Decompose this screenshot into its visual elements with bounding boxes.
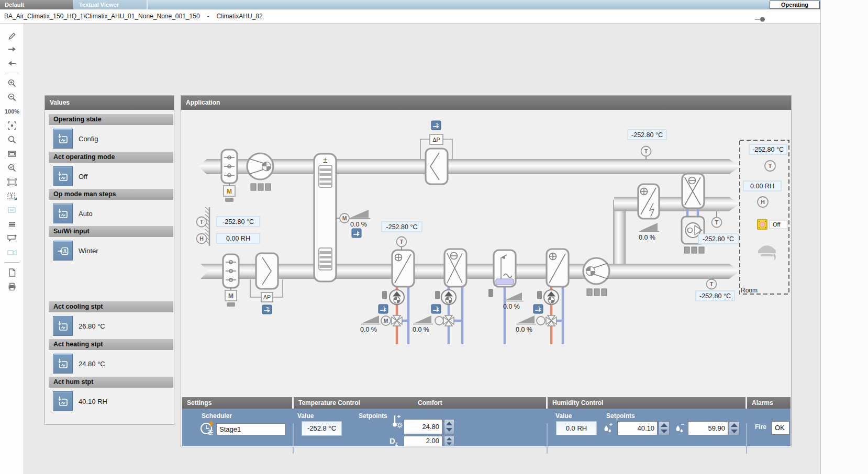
temp-setpoints-label: Setpoints	[359, 412, 387, 420]
dehumidify-icon	[675, 422, 685, 436]
dehumidify-setpoint-input[interactable]	[688, 421, 728, 435]
extract-air-damper[interactable]: M	[221, 150, 237, 202]
zoom-check-icon[interactable]	[0, 161, 24, 175]
cooling-coil[interactable]: 0.0 %	[413, 249, 466, 344]
svg-text:-252.80 °C: -252.80 °C	[386, 223, 418, 231]
presence-button-icon[interactable]	[758, 220, 767, 229]
fire-alarm-state[interactable]: OK	[772, 421, 789, 435]
value-item-label: 40.10 RH	[79, 398, 107, 405]
heating2-position: 0.0 %	[516, 326, 532, 333]
value-item-operating-state[interactable]: Config	[53, 129, 174, 149]
electric-heater[interactable]: 0.0 %	[638, 184, 659, 241]
alarms-header: Alarms	[747, 397, 791, 409]
pump-icon	[390, 290, 404, 304]
toolbar-divider	[5, 73, 19, 73]
comfort-spinner[interactable]	[444, 419, 454, 434]
dead-zone-spinner[interactable]	[444, 436, 454, 446]
section-op-mode-man-steps: Op mode man steps	[49, 189, 173, 200]
value-item-act-cooling-stpt[interactable]: 26.80 °C	[53, 316, 174, 336]
select-area-icon[interactable]	[0, 175, 24, 189]
toolbar-divider	[5, 262, 19, 263]
extract-air-fan[interactable]	[247, 153, 273, 190]
supply-air-damper[interactable]: M	[223, 254, 239, 307]
value-item-act-heating-stpt[interactable]: 24.80 °C	[53, 354, 174, 374]
zoom-in-icon[interactable]	[0, 76, 24, 90]
override-icon[interactable]	[352, 229, 361, 238]
section-act-operating-mode: Act operating mode	[49, 152, 173, 163]
edit-pen-icon[interactable]	[0, 28, 24, 42]
left-toolbar: 100%	[0, 24, 24, 474]
window-view-icon[interactable]	[0, 146, 24, 161]
humidify-setpoint-input[interactable]	[617, 421, 658, 435]
comfort-setpoint-input[interactable]	[404, 419, 442, 434]
values-panel: Values Operating state Config Act operat…	[44, 95, 174, 425]
svg-text:-252.80 °C: -252.80 °C	[222, 218, 254, 225]
value-item-su-wi-input[interactable]: Winter	[53, 241, 174, 261]
override-icon[interactable]	[533, 304, 543, 313]
value-item-act-operating-mode[interactable]: Off	[53, 166, 174, 186]
hr-position: 0.0 %	[350, 221, 367, 228]
override-icon[interactable]	[431, 304, 441, 313]
zoom-level-label[interactable]: 100%	[0, 104, 24, 118]
supply-duct	[201, 264, 740, 279]
smoke-detector-icon	[758, 245, 776, 260]
temp-value-display[interactable]: -252.8 °C	[302, 421, 342, 436]
extract-air-filter[interactable]: ΔP	[420, 121, 452, 184]
supply-air-filter[interactable]: ΔP	[250, 253, 283, 314]
control-strip: Scheduler Value -252.8 °C Setpoints	[182, 409, 791, 446]
value-item-label: Config	[79, 135, 98, 143]
tab-textual-viewer[interactable]: Textual Viewer	[74, 0, 148, 9]
svg-text:-252.80 °C: -252.80 °C	[703, 235, 734, 243]
override-icon[interactable]	[379, 304, 388, 313]
supply-air-fan[interactable]	[583, 258, 609, 296]
svg-text:T: T	[710, 281, 714, 287]
extract-duct	[198, 159, 740, 174]
dehumidify-spinner[interactable]	[729, 421, 740, 435]
hum-value-display[interactable]: 0.0 RH	[556, 421, 597, 435]
humidifier-position: 0.0 %	[503, 303, 520, 310]
zoom-out-icon[interactable]	[0, 90, 24, 104]
humidify-spinner[interactable]	[659, 421, 670, 435]
layers-icon[interactable]	[0, 217, 24, 231]
svg-text:-252.80 °C: -252.80 °C	[752, 146, 784, 153]
svg-text:ΔP: ΔP	[263, 294, 271, 300]
svg-text:T: T	[715, 219, 719, 225]
setpoint-icon	[53, 316, 73, 336]
valve-actuator	[537, 317, 545, 325]
dead-zone-input[interactable]	[404, 436, 442, 446]
three-way-valve-icon	[392, 315, 402, 326]
el-heater-position: 0.0 %	[639, 234, 655, 241]
region-disabled-icon	[0, 203, 24, 217]
valve-actuator	[435, 317, 443, 325]
application-panel: Application	[181, 95, 792, 447]
value-item-label: Off	[79, 173, 87, 180]
breadcrumb-separator: -	[207, 13, 209, 20]
value-item-act-hum-stpt[interactable]: 40.10 RH	[53, 391, 174, 411]
magnifier-icon[interactable]	[0, 132, 24, 146]
arrow-forward-icon[interactable]	[0, 42, 24, 56]
heating-coil-2[interactable]: 0.0 %	[516, 249, 569, 344]
scheduler-input[interactable]	[216, 423, 285, 435]
breadcrumb-instance[interactable]: ClimatixAHU_82	[217, 13, 263, 20]
arrow-back-icon[interactable]	[0, 56, 24, 70]
tab-default[interactable]: Default	[0, 0, 73, 9]
pan-grid-icon[interactable]	[0, 189, 24, 203]
scheduler-label: Scheduler	[202, 412, 232, 420]
temp-value-label: Value	[297, 412, 314, 420]
center-view-icon[interactable]	[0, 118, 24, 132]
settings-header: Settings	[182, 397, 292, 409]
page-icon[interactable]	[0, 265, 24, 279]
three-way-valve-icon	[443, 315, 454, 326]
comment-edit-icon[interactable]	[0, 231, 24, 245]
svg-text:M: M	[384, 318, 388, 324]
operating-button[interactable]: Operating	[770, 1, 820, 9]
scheduler-clock-icon[interactable]	[199, 420, 215, 437]
value-item-op-mode-man-steps[interactable]: Auto	[53, 204, 174, 223]
breadcrumb-path[interactable]: BA_Air_Climatix_150_HQ_1\Climatix_AHU_01…	[0, 13, 200, 20]
override-icon[interactable]	[262, 305, 272, 314]
override-icon[interactable]	[431, 121, 441, 130]
svg-text:Off: Off	[773, 221, 781, 228]
section-operating-state: Operating state	[49, 114, 173, 125]
branch-duct-horizontal	[614, 197, 740, 211]
print-icon[interactable]	[0, 279, 24, 294]
